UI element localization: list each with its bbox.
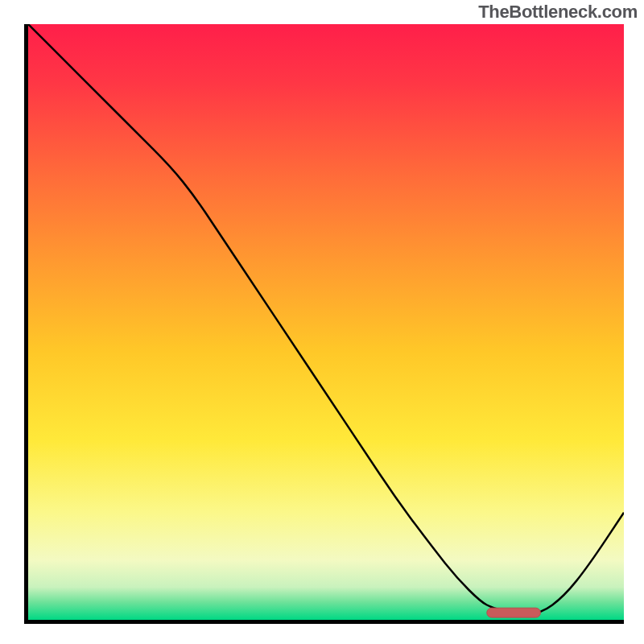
watermark-text: TheBottleneck.com — [478, 2, 638, 23]
target-marker — [487, 608, 541, 617]
chart-svg — [28, 24, 624, 620]
chart-container: TheBottleneck.com — [0, 0, 644, 644]
plot-area — [24, 24, 624, 624]
